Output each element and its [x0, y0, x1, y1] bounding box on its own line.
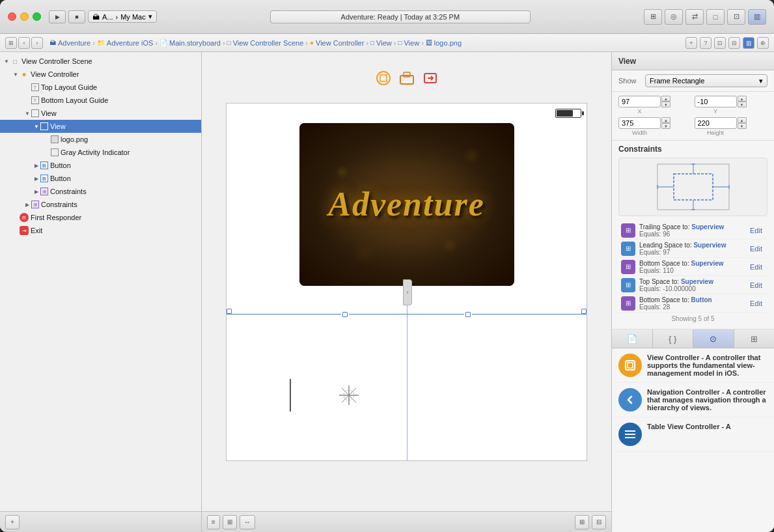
handle-right[interactable]	[465, 312, 471, 317]
toggle-constraints2[interactable]	[23, 201, 31, 208]
edit-leading[interactable]: Edit	[747, 245, 765, 253]
add-item-sidebar-button[interactable]: +	[5, 515, 20, 529]
bc-adventure[interactable]: 🏔 Adventure	[49, 39, 90, 47]
library-toggle[interactable]: ⊕	[757, 37, 769, 49]
vc-icon: ●	[20, 70, 29, 79]
tree-item-btn2[interactable]: B Button	[0, 172, 201, 185]
close-button[interactable]	[8, 12, 16, 21]
tree-item-vc[interactable]: ● View Controller	[0, 68, 201, 81]
toggle-view-parent[interactable]	[23, 109, 31, 117]
back-forward-button[interactable]: ⇄	[685, 9, 704, 25]
show-select[interactable]: Frame Rectangle ▾	[645, 74, 767, 87]
tree-item-vc-scene[interactable]: □ View Controller Scene	[0, 55, 201, 68]
tree-item-logo[interactable]: logo.png	[0, 133, 201, 146]
disclosure-button[interactable]: ⊡	[714, 37, 726, 49]
width-value: 375	[622, 119, 633, 127]
tab-file[interactable]: 📄	[612, 329, 653, 348]
update-frames-button[interactable]: ≡	[207, 515, 220, 529]
y-step-down[interactable]: ▼	[738, 102, 747, 107]
toggle-vc-scene[interactable]	[3, 57, 10, 65]
bc-view2[interactable]: □ View	[398, 39, 419, 47]
toggle-view-child[interactable]	[33, 122, 40, 130]
bc-logo[interactable]: 🖼 logo.png	[426, 39, 462, 47]
tree-item-exit[interactable]: ⇥ Exit	[0, 224, 201, 237]
height-step-up[interactable]: ▲	[738, 117, 747, 123]
layout-mode-button[interactable]: □	[706, 9, 725, 25]
add-item-button[interactable]: +	[685, 37, 697, 49]
zoom-in-button[interactable]: ⊞	[575, 515, 589, 529]
height-step-down[interactable]: ▼	[738, 123, 747, 129]
handle-tl[interactable]	[227, 309, 232, 314]
bc-storyboard[interactable]: 📄 Main.storyboard	[159, 39, 221, 47]
width-step-up[interactable]: ▲	[661, 117, 670, 123]
back-button[interactable]: ‹	[18, 37, 30, 49]
toggle-constraints1[interactable]	[33, 188, 40, 195]
tree-item-view-child[interactable]: View	[0, 120, 201, 133]
edit-bottom-btn[interactable]: Edit	[747, 300, 765, 307]
run-button[interactable]: ▶	[49, 10, 66, 23]
show-row: Show Frame Rectangle ▾	[612, 70, 774, 92]
edit-trailing[interactable]: Edit	[747, 227, 765, 234]
tree-item-view-parent[interactable]: View	[0, 107, 201, 120]
tree-item-top-guide[interactable]: T Top Layout Guide	[0, 81, 201, 94]
activity-button[interactable]: ◎	[665, 9, 683, 25]
stop-button[interactable]: ■	[68, 10, 85, 23]
toggle-btn1[interactable]	[33, 161, 40, 169]
constraint-trailing: ⊞ Trailing Space to: Superview Equals: 9…	[618, 221, 767, 240]
window-title: Adventure: Ready	[341, 13, 398, 21]
help-button[interactable]: ?	[700, 37, 712, 49]
zoom-out-button[interactable]: ⊟	[592, 515, 606, 529]
inspector-toggle[interactable]: ▥	[743, 37, 754, 49]
obj-lib-view-controller[interactable]: View Controller - A controller that supp…	[612, 348, 774, 383]
width-input[interactable]: 375	[618, 117, 661, 129]
tab-quick-help[interactable]: { }	[653, 329, 694, 348]
vc-icon-exit[interactable]	[422, 70, 438, 86]
pin-button[interactable]: ⊟	[728, 37, 740, 49]
toggle-vc[interactable]	[12, 70, 20, 78]
tree-item-btn1[interactable]: B Button	[0, 159, 201, 172]
width-step-down[interactable]: ▼	[661, 123, 670, 129]
bc-vc[interactable]: ● View Controller	[310, 39, 364, 47]
y-step-up[interactable]: ▲	[738, 96, 747, 102]
handle-left[interactable]	[342, 312, 348, 317]
height-input[interactable]: 220	[695, 117, 737, 129]
breadcrumb-right-buttons: + ? ⊡ ⊟ ▥ ⊕	[685, 37, 769, 49]
x-input[interactable]: 97	[618, 96, 661, 107]
tree-item-constraints1[interactable]: ⊞ Constraints	[0, 185, 201, 198]
scheme-selector[interactable]: 🏔 A... › My Mac ▾	[88, 10, 157, 23]
maximize-button[interactable]	[33, 12, 41, 21]
edit-bottom-sv[interactable]: Edit	[747, 263, 765, 271]
x-step-down[interactable]: ▼	[661, 102, 670, 107]
tab-library[interactable]: ⊞	[734, 329, 775, 348]
y-input[interactable]: -10	[695, 96, 737, 107]
tree-item-activity[interactable]: Gray Activity Indicator	[0, 146, 201, 159]
tree-item-responder[interactable]: R First Responder	[0, 211, 201, 224]
app-icon: 🏔	[92, 13, 100, 21]
obj-lib-table-controller[interactable]: Table View Controller - A	[612, 417, 774, 452]
vc-icon-obj[interactable]	[399, 70, 415, 86]
handle-tr[interactable]	[581, 309, 587, 314]
toggle-btn2[interactable]	[33, 175, 40, 182]
obj-lib-nav-controller[interactable]: Navigation Controller - A controller tha…	[612, 383, 774, 417]
tree-item-constraints2[interactable]: ⊞ Constraints	[0, 198, 201, 211]
resolve-layout-button[interactable]: ⊞	[223, 515, 237, 529]
alignment-button[interactable]: ↔	[240, 515, 255, 529]
edit-top-sv[interactable]: Edit	[747, 281, 765, 289]
bc-vc-scene[interactable]: □ View Controller Scene	[227, 39, 304, 47]
assistant-button[interactable]: ⊡	[727, 9, 745, 25]
bc-adventure-ios[interactable]: 📁 Adventure iOS	[97, 39, 154, 47]
vc-icon-vc[interactable]	[376, 70, 391, 86]
inspector-button[interactable]: ▥	[748, 9, 766, 25]
x-step-up[interactable]: ▲	[661, 96, 670, 102]
collapse-handle[interactable]: ›	[403, 279, 412, 305]
constraints-section: Constraints	[612, 141, 774, 329]
bc-view1[interactable]: □ View	[370, 39, 392, 47]
grid-view-button[interactable]: ⊞	[644, 9, 662, 25]
forward-button[interactable]: ›	[31, 37, 43, 49]
tab-identity[interactable]: ⊙	[693, 329, 734, 348]
bc-toggle-left[interactable]: ⊞	[5, 37, 17, 49]
btn1-icon: B	[40, 161, 48, 169]
tree-item-bottom-guide[interactable]: T Bottom Layout Guide	[0, 94, 201, 107]
inspector-tabs: 📄 { } ⊙ ⊞	[612, 329, 774, 348]
minimize-button[interactable]	[20, 12, 29, 21]
